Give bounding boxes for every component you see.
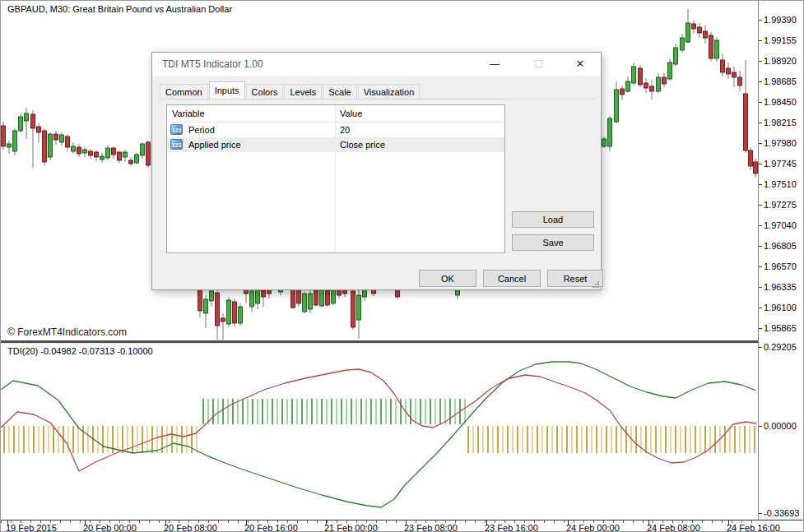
tab-visualization[interactable]: Visualization bbox=[358, 84, 421, 99]
variable-column-header: Variable bbox=[172, 109, 205, 118]
bull-candle bbox=[681, 38, 685, 50]
tab-levels[interactable]: Levels bbox=[284, 84, 322, 99]
bear-candle bbox=[37, 127, 41, 132]
bear-candle bbox=[749, 150, 753, 166]
tab-colors[interactable]: Colors bbox=[246, 84, 284, 99]
bull-candle bbox=[250, 291, 254, 307]
bear-candle bbox=[118, 152, 122, 160]
mt5-chart-window: GBPAUD, M30: Great Britain Pound vs Aust… bbox=[0, 0, 804, 532]
inputs-parameter-table: Variable Value 123Period20123Applied pri… bbox=[166, 104, 505, 253]
cancel-button[interactable]: Cancel bbox=[483, 270, 541, 287]
maximize-icon[interactable]: ☐ bbox=[525, 53, 553, 76]
price-label: 1.99390 bbox=[764, 15, 797, 25]
time-label: 24 Feb 00:00 bbox=[566, 523, 620, 532]
indicator-scale-label-tick bbox=[759, 513, 762, 514]
bear-candle bbox=[95, 152, 99, 157]
bear-candle bbox=[262, 290, 266, 297]
bull-candle bbox=[60, 135, 64, 142]
tab-common[interactable]: Common bbox=[160, 84, 208, 99]
bear-candle bbox=[2, 126, 6, 146]
dialog-resize-grip[interactable] bbox=[593, 281, 599, 288]
bear-candle bbox=[216, 293, 220, 326]
price-label-tick bbox=[759, 246, 762, 247]
bear-candle bbox=[129, 160, 133, 164]
price-label-tick bbox=[759, 287, 762, 288]
dialog-titlebar[interactable]: TDI MT5 Indicator 1.00 — ☐ ✕ bbox=[152, 53, 601, 76]
bull-candle bbox=[210, 291, 214, 301]
bull-candle bbox=[204, 299, 208, 313]
bear-candle bbox=[66, 136, 70, 147]
close-icon[interactable]: ✕ bbox=[566, 53, 594, 76]
ok-button[interactable]: OK bbox=[419, 270, 476, 287]
bull-candle bbox=[626, 81, 630, 91]
tdi-red-line bbox=[1, 369, 756, 471]
bear-candle bbox=[704, 31, 708, 38]
table-header-row: Variable Value bbox=[167, 105, 504, 123]
price-label: 1.97275 bbox=[764, 200, 797, 210]
bear-candle bbox=[754, 162, 758, 173]
indicator-properties-dialog: TDI MT5 Indicator 1.00 — ☐ ✕ CommonInput… bbox=[151, 52, 602, 290]
tab-inputs[interactable]: Inputs bbox=[209, 81, 245, 99]
bull-candle bbox=[72, 146, 76, 151]
bear-candle bbox=[326, 290, 330, 305]
bear-candle bbox=[732, 72, 737, 77]
indicator-scale-label-tick bbox=[759, 347, 762, 348]
price-label-tick bbox=[759, 143, 762, 144]
price-label-tick bbox=[759, 164, 762, 164]
bear-candle bbox=[89, 151, 93, 155]
price-label-tick bbox=[759, 20, 762, 21]
bear-candle bbox=[644, 83, 648, 88]
bear-candle bbox=[351, 291, 356, 327]
bull-candle bbox=[715, 40, 719, 58]
bear-candle bbox=[314, 290, 318, 305]
bear-candle bbox=[639, 68, 643, 85]
time-label: 24 Feb 16:00 bbox=[727, 523, 780, 532]
bear-candle bbox=[650, 86, 654, 91]
bear-candle bbox=[727, 68, 731, 74]
price-label: 1.96570 bbox=[764, 261, 797, 271]
parameter-row-period[interactable]: 123Period20 bbox=[167, 123, 504, 137]
tdi-indicator-pane[interactable]: TDI(20) -0.04982 -0.07313 -0.10000 bbox=[1, 344, 758, 518]
bear-candle bbox=[396, 289, 400, 297]
price-label: 1.97510 bbox=[764, 179, 797, 189]
bull-candle bbox=[25, 113, 29, 121]
numeric-parameter-icon: 123 bbox=[170, 139, 183, 150]
parameter-value[interactable]: 20 bbox=[340, 125, 350, 135]
price-label-tick bbox=[759, 61, 762, 62]
price-label: 1.97040 bbox=[764, 220, 797, 230]
bear-candle bbox=[662, 77, 667, 84]
bear-candle bbox=[698, 27, 702, 33]
price-label: 1.96805 bbox=[764, 241, 797, 251]
minimize-icon[interactable]: — bbox=[481, 53, 509, 76]
price-label: 1.97745 bbox=[764, 159, 797, 169]
tdi-values-label: TDI(20) -0.04982 -0.07313 -0.10000 bbox=[7, 346, 153, 356]
bear-candle bbox=[744, 94, 748, 150]
price-label: 1.97980 bbox=[764, 138, 797, 148]
bear-candle bbox=[291, 289, 295, 308]
bull-candle bbox=[309, 294, 313, 309]
tdi-indicator-chart bbox=[1, 344, 758, 518]
price-label: 1.98215 bbox=[764, 118, 797, 127]
bull-candle bbox=[320, 289, 324, 306]
price-axis[interactable]: 1.993901.991551.989201.986851.984501.982… bbox=[758, 1, 804, 520]
time-label: 20 Feb 16:00 bbox=[244, 523, 298, 532]
bull-candle bbox=[49, 134, 53, 157]
time-label: 23 Feb 16:00 bbox=[485, 523, 538, 532]
load-button[interactable]: Load bbox=[512, 211, 594, 228]
tab-scale[interactable]: Scale bbox=[323, 84, 357, 99]
bull-candle bbox=[135, 155, 139, 163]
bull-candle bbox=[686, 23, 690, 42]
bull-candle bbox=[13, 131, 17, 151]
bear-candle bbox=[77, 147, 81, 154]
parameter-value[interactable]: Close price bbox=[340, 140, 385, 150]
price-label-tick bbox=[759, 40, 762, 41]
bull-candle bbox=[674, 48, 678, 64]
parameter-row-applied-price[interactable]: 123Applied priceClose price bbox=[167, 137, 504, 152]
bull-candle bbox=[256, 289, 260, 303]
save-button[interactable]: Save bbox=[512, 234, 594, 251]
indicator-scale-label: 0.00000 bbox=[764, 421, 797, 431]
bull-candle bbox=[668, 62, 672, 79]
indicator-scale-label-tick bbox=[759, 426, 762, 427]
time-axis[interactable]: 19 Feb 201520 Feb 00:0020 Feb 08:0020 Fe… bbox=[1, 520, 804, 532]
bull-candle bbox=[123, 152, 128, 157]
